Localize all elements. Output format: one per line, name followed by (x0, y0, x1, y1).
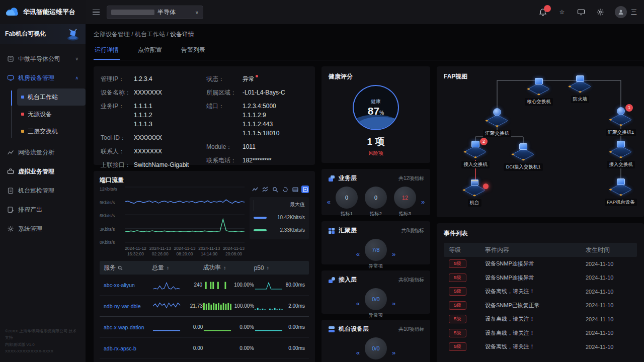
notifications-bell-icon[interactable] (538, 8, 547, 17)
sidebar-item-l3-switch[interactable]: 三层交换机 (17, 123, 86, 140)
sparkline (203, 323, 232, 332)
event-row[interactable]: 5级设备SNMP连接异常2024-11-10 (444, 271, 637, 285)
restore-icon[interactable] (281, 186, 289, 193)
chart-line-icon (7, 149, 14, 156)
node-dci-access-switch[interactable]: DCI接入交换机1 (507, 143, 539, 171)
prev-arrow[interactable]: « (356, 300, 360, 307)
user-name[interactable]: 三 (631, 8, 637, 17)
screen-icon[interactable] (577, 8, 586, 17)
next-arrow[interactable]: » (392, 349, 395, 356)
event-content: 设备离线，请关注！ (485, 329, 586, 337)
column-success-rate[interactable]: 成功率▴▾ (203, 263, 254, 272)
chart-toolbox (250, 186, 309, 193)
metric-circle[interactable]: 0指标1 (336, 187, 358, 217)
sort-icon[interactable]: ▴▾ (224, 266, 225, 270)
user-avatar[interactable] (615, 6, 627, 18)
data-view-icon[interactable] (291, 186, 299, 193)
node-machine[interactable]: 机台 (458, 179, 491, 207)
node-access-switch-right[interactable]: 接入交换机 (605, 141, 637, 168)
breadcrumb-part[interactable]: 全部设备管理 (94, 31, 130, 38)
level-badge: 5级 (449, 329, 466, 337)
service-link[interactable]: ndb-ny-var-dble (104, 303, 152, 309)
event-row[interactable]: 5级设备离线，请关注！2024-11-10 (444, 326, 637, 340)
menu-item-label: 网络流量分析 (18, 148, 54, 157)
column-p50[interactable]: p50▴▾ (254, 264, 305, 272)
health-score-value: 87% (368, 105, 384, 117)
metric-count: 共12项指标 (398, 175, 424, 182)
search-icon[interactable] (118, 265, 123, 270)
sidebar-group-company[interactable]: 中微半导体公司 ∨ (0, 49, 86, 68)
event-row[interactable]: 5级设备离线，请关注！2024-11-10 (444, 312, 637, 326)
collapse-menu-icon[interactable] (93, 10, 100, 15)
sidebar-footer: ©20XX·上海华讯网络系统有限公司 技术支持 内部测试版 V1.0 XXXX-… (0, 324, 86, 362)
service-link[interactable]: adb-rx-apsc-b (104, 345, 152, 351)
event-row[interactable]: 5级设备离线，请关注！2024-11-10 (444, 340, 637, 354)
card-title: 健康评分 (329, 72, 353, 81)
service-link[interactable]: abc-x-wap-dation (104, 324, 152, 330)
sort-icon[interactable]: ▴▾ (267, 266, 269, 270)
line-chart-icon[interactable] (251, 186, 259, 193)
stacked-chart-icon[interactable] (261, 186, 269, 193)
tab-point-config[interactable]: 点位配置 (137, 43, 163, 60)
node-aggregation-switch-1[interactable]: 1 汇聚交换机1 (605, 107, 637, 136)
service-link[interactable]: abc-xx-aliyun (104, 282, 152, 288)
module-banner[interactable]: Fab机台可视化 (0, 24, 86, 44)
event-row[interactable]: 5级设备SNMP连接异常2024-11-10 (444, 257, 637, 271)
metric-circle[interactable]: 7/8异常项 (365, 239, 387, 269)
p50-value: 80.00ms (286, 282, 305, 288)
sidebar-item-schedule-output[interactable]: 排程产出 (0, 200, 86, 219)
node-access-switch-left[interactable]: 2 接入交换机 (459, 141, 492, 168)
column-volume[interactable]: 总量▴▾ (152, 263, 203, 272)
sidebar-group-device-mgmt[interactable]: 机房设备管理 ∧ (0, 68, 86, 87)
blue-dot-icon (21, 96, 24, 99)
tab-run-detail[interactable]: 运行详情 (94, 43, 120, 60)
tab-alarm-list[interactable]: 告警列表 (180, 43, 206, 60)
prev-arrow[interactable]: « (327, 198, 331, 206)
event-row[interactable]: 5级设备SNMP已恢复正常2024-11-10 (444, 299, 637, 313)
event-row[interactable]: 5级设备离线，请关注！2024-11-10 (444, 285, 637, 299)
app-title: 华讯智能运维平台 (23, 8, 75, 17)
sidebar-item-business-mgmt[interactable]: 虚拟业务管理 (0, 162, 86, 181)
aggregation-layer-icon (328, 227, 336, 235)
sidebar-item-machine-workstation[interactable]: 机台工作站 (17, 88, 86, 106)
metric-circle[interactable]: 12指标3 (394, 187, 416, 217)
node-aggregation-switch[interactable]: 汇聚交换机 (481, 108, 513, 137)
sidebar-item-inspection-mgmt[interactable]: 机台巡检管理 (0, 181, 86, 200)
sidebar-item-passive-devices[interactable]: 无源设备 (17, 106, 86, 123)
legend-item[interactable]: 2.33Kbits/s (254, 224, 305, 236)
machine-layer-icon (328, 325, 336, 333)
node-label: DCI接入交换机1 (504, 163, 542, 171)
next-arrow[interactable]: » (421, 198, 425, 206)
field-label: 状态： (206, 74, 243, 83)
switch-device-icon (519, 143, 527, 150)
metric-circle[interactable]: 0/0异常项 (365, 288, 387, 319)
sidebar-item-traffic-analysis[interactable]: 网络流量分析 (0, 143, 86, 162)
prev-arrow[interactable]: « (356, 349, 360, 356)
favorite-star-icon[interactable]: ☆ (557, 8, 567, 17)
settings-gear-icon[interactable] (596, 8, 605, 17)
zoom-icon[interactable] (271, 186, 279, 193)
save-image-icon[interactable] (301, 186, 309, 193)
column-service[interactable]: 服务 (104, 263, 152, 272)
traffic-chart: 12Kbits/s9Kbits/s6Kbits/s3Kbits/s0Kbits/… (100, 186, 245, 257)
metric-circle[interactable]: 0/0异常项 (365, 337, 387, 362)
prev-arrow[interactable]: « (356, 250, 360, 258)
sparkline (203, 344, 232, 353)
x-axis-ticks: 2024-11-12 16:32:002024-11-13 02:26:0020… (125, 246, 245, 257)
sort-icon[interactable]: ▴▾ (167, 266, 169, 270)
machine-device-layer-card: 机台设备层 共10项指标 « 0/0异常项 » (321, 320, 430, 362)
metric-circle[interactable]: 0指标2 (365, 187, 387, 217)
breadcrumb-part[interactable]: 机台工作站 (135, 31, 165, 38)
org-selector[interactable]: 半导体 ∨ (107, 6, 203, 19)
node-core-switch[interactable]: 核心交换机 (523, 78, 555, 106)
chevron-down-icon: ∨ (75, 56, 78, 61)
node-firewall[interactable]: 防火墙 (564, 75, 596, 103)
app-root: 华讯智能运维平台 Fab机台可视化 中微半导体公司 ∨ 机房设备管理 ∧ (0, 0, 644, 362)
next-arrow[interactable]: » (392, 300, 395, 307)
sidebar-item-system-mgmt[interactable]: 系统管理 (0, 219, 86, 238)
card-title: 接入层 (339, 276, 357, 284)
legend-item[interactable]: 10.42Kbits/s (254, 211, 305, 224)
event-content: 设备SNMP已恢复正常 (485, 302, 586, 309)
next-arrow[interactable]: » (392, 250, 395, 258)
node-fap-device[interactable]: FAP机台设备 (605, 178, 637, 206)
